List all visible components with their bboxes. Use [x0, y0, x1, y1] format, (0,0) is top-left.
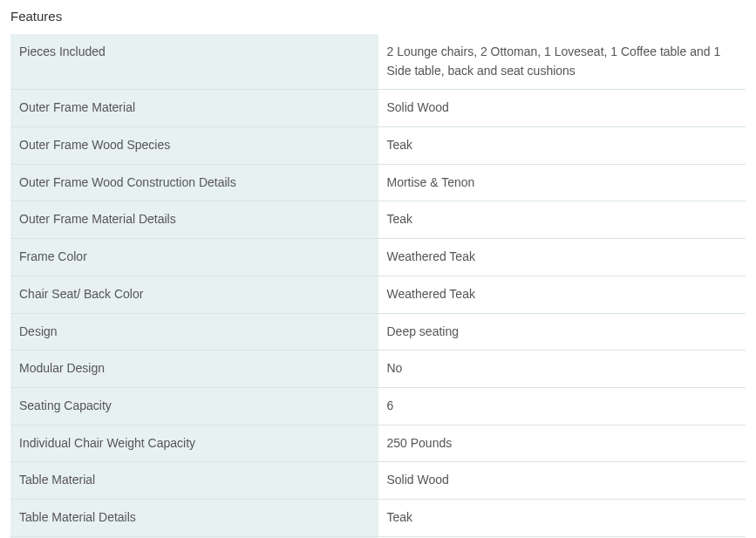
spec-value: Weathered Teak [378, 239, 746, 276]
table-row: Modular DesignNo [10, 351, 746, 388]
table-row: DesignDeep seating [10, 313, 746, 351]
spec-value: Weathered Teak [378, 276, 746, 313]
spec-value: Deep seating [378, 313, 746, 351]
spec-value: 2 Lounge chairs, 2 Ottoman, 1 Loveseat, … [378, 34, 746, 90]
spec-label: Outer Frame Wood Species [10, 127, 378, 165]
spec-value: Teak [378, 499, 746, 536]
table-row: Outer Frame MaterialSolid Wood [10, 90, 746, 127]
spec-value: Teak [378, 201, 746, 239]
spec-value: Solid Wood [378, 462, 746, 500]
spec-label: Outer Frame Material [10, 90, 378, 127]
table-row: Outer Frame Wood Construction DetailsMor… [10, 164, 746, 201]
table-row: Outer Frame Material DetailsTeak [10, 201, 746, 239]
table-row: Outer Frame Wood SpeciesTeak [10, 127, 746, 165]
spec-label: Outer Frame Wood Construction Details [10, 164, 378, 201]
spec-label: Outer Frame Material Details [10, 201, 378, 239]
spec-value: No [378, 351, 746, 388]
spec-value: 6 [378, 387, 746, 425]
table-row: Chair Seat/ Back ColorWeathered Teak [10, 276, 746, 313]
table-row: Seating Capacity6 [10, 387, 746, 425]
spec-value: Mortise & Tenon [378, 164, 746, 201]
table-row: Frame ColorWeathered Teak [10, 239, 746, 276]
spec-label: Chair Seat/ Back Color [10, 276, 378, 313]
spec-label: Design [10, 313, 378, 351]
spec-label: Table Material Details [10, 499, 378, 536]
spec-value: Solid Wood [378, 90, 746, 127]
spec-label: Individual Chair Weight Capacity [10, 425, 378, 462]
spec-label: Table Material [10, 462, 378, 500]
table-row: Individual Chair Weight Capacity250 Poun… [10, 425, 746, 462]
spec-label: Seating Capacity [10, 387, 378, 425]
spec-label: Modular Design [10, 351, 378, 388]
section-title: Features [0, 0, 756, 34]
table-row: Pieces Included2 Lounge chairs, 2 Ottoma… [10, 34, 746, 90]
spec-value: Teak [378, 127, 746, 165]
features-table: Pieces Included2 Lounge chairs, 2 Ottoma… [10, 34, 746, 538]
table-row: Table Material DetailsTeak [10, 499, 746, 536]
spec-label: Pieces Included [10, 34, 378, 90]
spec-value: 250 Pounds [378, 425, 746, 462]
spec-label: Frame Color [10, 239, 378, 276]
table-row: Table MaterialSolid Wood [10, 462, 746, 500]
